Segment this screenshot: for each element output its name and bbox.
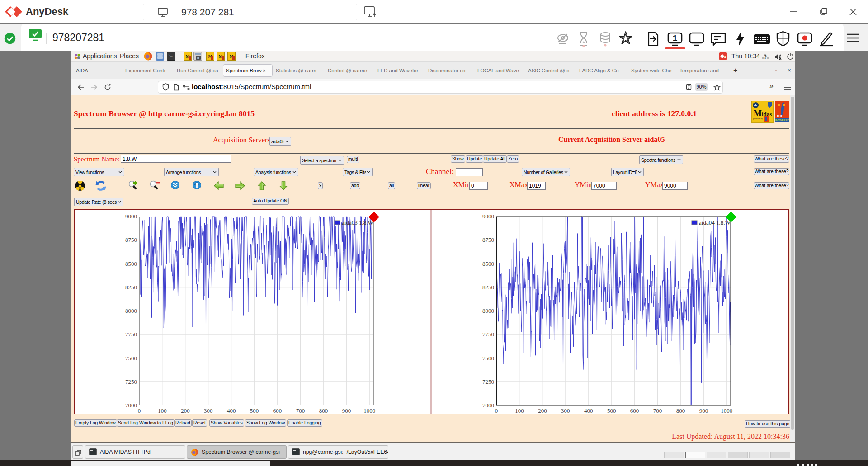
svg-text:300: 300: [561, 407, 570, 414]
svg-text:aida03 1.8.W: aida03 1.8.W: [342, 219, 373, 226]
svg-text:700: 700: [296, 407, 305, 414]
svg-text:8500: 8500: [482, 260, 494, 267]
svg-text:900: 900: [342, 407, 351, 414]
svg-text:800: 800: [676, 407, 685, 414]
svg-text:0: 0: [495, 407, 498, 414]
svg-text:aida04 1.8.W: aida04 1.8.W: [699, 219, 731, 226]
svg-text:900: 900: [699, 407, 708, 414]
svg-text:300: 300: [204, 407, 213, 414]
svg-text:7500: 7500: [482, 355, 494, 362]
svg-text:400: 400: [584, 407, 593, 414]
svg-text:100: 100: [515, 407, 524, 414]
svg-text:8500: 8500: [125, 260, 137, 267]
svg-text:200: 200: [181, 407, 190, 414]
svg-text:200: 200: [538, 407, 547, 414]
svg-text:1: 1: [673, 33, 678, 43]
svg-text:400: 400: [227, 407, 236, 414]
svg-text:8250: 8250: [482, 284, 494, 291]
svg-text:7000: 7000: [482, 402, 494, 409]
svg-text:8250: 8250: [125, 284, 137, 291]
svg-text:600: 600: [273, 407, 282, 414]
svg-text:8000: 8000: [482, 307, 494, 314]
svg-text:7250: 7250: [125, 378, 137, 385]
svg-text:8750: 8750: [125, 236, 137, 243]
svg-text:8750: 8750: [482, 236, 494, 243]
svg-text:?: ?: [764, 54, 767, 60]
svg-text:800: 800: [319, 407, 328, 414]
svg-text:8000: 8000: [125, 307, 137, 314]
svg-text:7750: 7750: [125, 331, 137, 338]
svg-text:700: 700: [653, 407, 662, 414]
svg-text:600: 600: [630, 407, 639, 414]
svg-text:500: 500: [250, 407, 259, 414]
svg-text:7250: 7250: [482, 378, 494, 385]
svg-text:1000: 1000: [363, 407, 375, 414]
svg-text:100: 100: [158, 407, 167, 414]
svg-text:7000: 7000: [125, 402, 137, 409]
svg-text:9000: 9000: [125, 213, 137, 220]
svg-text:7500: 7500: [125, 355, 137, 362]
svg-text:1000: 1000: [721, 407, 732, 414]
svg-text:7750: 7750: [482, 331, 494, 338]
svg-text:9000: 9000: [482, 213, 494, 220]
svg-text:500: 500: [607, 407, 616, 414]
svg-text:0: 0: [138, 407, 141, 414]
